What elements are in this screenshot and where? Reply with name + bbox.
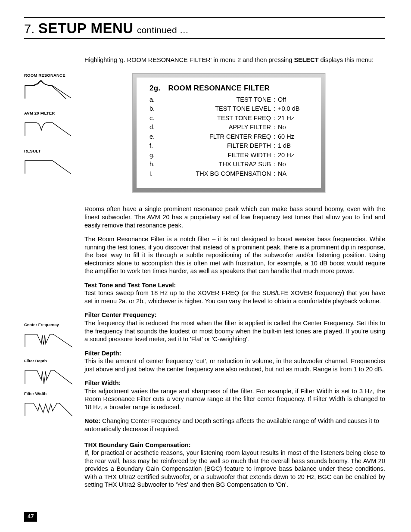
- side-center-freq: Center Frequency: [24, 322, 80, 348]
- result-icon: [24, 156, 72, 174]
- page-number: 47: [24, 512, 37, 522]
- p-thx-bgc: If, for practical or aesthetic reasons, …: [84, 449, 385, 488]
- note-label: Note:: [84, 417, 100, 424]
- menu-panel: 2g.ROOM RESONANCE FILTER a.TEST TONE:Off…: [132, 73, 326, 193]
- h-thx-bgc: THX Boundary Gain Compensation:: [84, 442, 191, 448]
- mini-avm20-label: AVM 20 FILTER: [24, 111, 80, 116]
- panel-title: ROOM RESONANCE FILTER: [168, 84, 269, 92]
- mini-result-label: RESULT: [24, 149, 80, 154]
- h-test-tone: Test Tone and Test Tone Level:: [84, 282, 176, 289]
- menu-row: e.FLTR CENTER FREQ:60 Hz: [149, 133, 308, 141]
- body-p2: The Room Resonance Filter is a notch fil…: [84, 235, 385, 275]
- avm20-filter-icon: [24, 118, 72, 137]
- menu-row: h.THX ULTRA2 SUB:No: [149, 160, 308, 168]
- menu-row: b.TEST TONE LEVEL:+0.0 dB: [149, 105, 308, 113]
- menu-row: d.APPLY FILTER:No: [149, 123, 308, 131]
- note-box: Note: Changing Center Frequency and Dept…: [84, 417, 385, 433]
- h-filter-depth: Filter Depth:: [84, 350, 121, 357]
- note-text: Changing Center Frequency and Depth sett…: [84, 417, 379, 432]
- room-resonance-icon: [24, 80, 72, 99]
- menu-row: i.THX BG COMPENSATION:NA: [149, 170, 308, 178]
- select-keyword: SELECT: [294, 56, 318, 63]
- menu-row: c.TEST TONE FREQ:21 Hz: [149, 114, 308, 122]
- menu-row: g.FILTER WIDTH:20 Hz: [149, 151, 308, 159]
- left-mini-graphs: ROOM RESONANCE AVM 20 FILTER RESULT: [24, 73, 80, 193]
- side-filter-depth: Filter Depth: [24, 358, 80, 386]
- h-center-freq: Filter Center Frequency:: [84, 311, 157, 318]
- p-test-tone: Test tones sweep from 18 Hz up to the XO…: [84, 289, 385, 305]
- filter-width-icon: [24, 398, 76, 417]
- h-filter-width: Filter Width:: [84, 380, 121, 386]
- menu-row: a.TEST TONE:Off: [149, 96, 308, 104]
- intro-text: Highlighting 'g. ROOM RESONANCE FILTER' …: [84, 56, 385, 64]
- chapter-number: 7.: [24, 22, 35, 36]
- chapter-title: SETUP MENU: [38, 20, 134, 36]
- p-filter-depth: This is the amount of center frequency '…: [84, 358, 385, 373]
- side-filter-width: Filter Width: [24, 391, 80, 417]
- p-filter-width: This adjustment varies the range and sha…: [84, 388, 385, 411]
- chapter-continued: continued …: [137, 25, 189, 35]
- filter-depth-icon: [24, 365, 76, 386]
- center-freq-icon: [24, 329, 76, 348]
- panel-number: 2g.: [149, 84, 160, 92]
- menu-row: f.FILTER DEPTH:1 dB: [149, 142, 308, 150]
- mini-room-resonance-label: ROOM RESONANCE: [24, 73, 80, 78]
- p-center-freq: The frequency that is reduced the most w…: [84, 320, 385, 342]
- section-heading: 7. SETUP MENU continued …: [24, 19, 385, 37]
- body-p1: Rooms often have a single prominent reso…: [84, 205, 385, 229]
